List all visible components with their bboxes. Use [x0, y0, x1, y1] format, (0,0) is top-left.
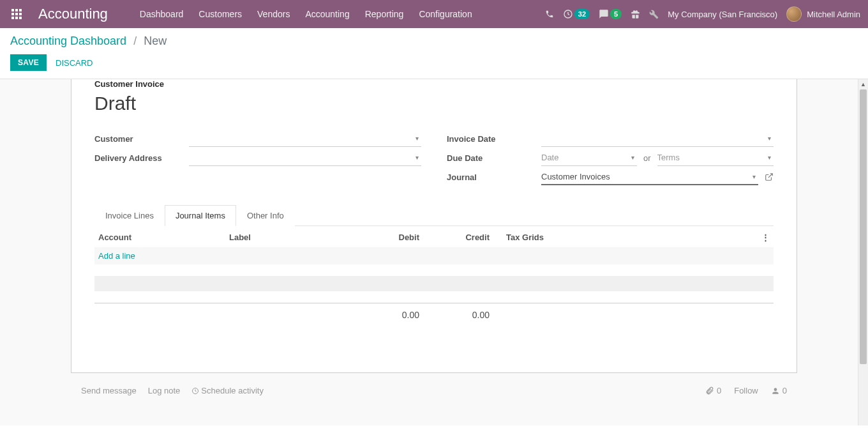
- breadcrumb-separator: /: [133, 34, 137, 47]
- scrollbar[interactable]: ▲: [858, 79, 868, 425]
- tools-icon[interactable]: [649, 10, 659, 19]
- breadcrumb: Accounting Dashboard / New: [10, 34, 858, 48]
- due-date-label: Due Date: [447, 153, 541, 163]
- form-sheet: Customer Invoice Draft Customer ▾ Delive…: [71, 79, 797, 373]
- company-switcher[interactable]: My Company (San Francisco): [668, 10, 777, 19]
- form-type-label: Customer Invoice: [94, 79, 774, 89]
- chevron-down-icon[interactable]: ▾: [765, 154, 774, 161]
- add-line-link[interactable]: Add a line: [98, 251, 135, 261]
- menu-reporting[interactable]: Reporting: [359, 5, 410, 23]
- breadcrumb-current: New: [144, 34, 167, 47]
- cp-buttons: SAVE DISCARD: [10, 54, 858, 71]
- form-right-col: Invoice Date ▾ Due Date ▾ or: [447, 130, 774, 187]
- svg-rect-4: [15, 13, 18, 15]
- svg-rect-5: [19, 13, 22, 15]
- form-area: Customer Invoice Draft Customer ▾ Delive…: [0, 79, 868, 425]
- followers-count[interactable]: 0: [771, 386, 787, 395]
- svg-rect-3: [11, 13, 14, 15]
- terms-field[interactable]: ▾: [657, 149, 774, 166]
- navbar-right: 32 5 My Company (San Francisco) Mitchell…: [545, 6, 860, 22]
- scroll-up-arrow[interactable]: ▲: [858, 79, 868, 89]
- activities-icon[interactable]: 32: [563, 9, 590, 19]
- delivery-field[interactable]: ▾: [189, 149, 421, 166]
- total-debit: 0.00: [353, 303, 423, 323]
- avatar: [786, 6, 802, 22]
- phone-icon[interactable]: [545, 10, 554, 19]
- menu-dashboard[interactable]: Dashboard: [133, 5, 190, 23]
- svg-rect-2: [19, 9, 22, 11]
- main-menu: Dashboard Customers Vendors Accounting R…: [133, 5, 479, 23]
- external-link-icon[interactable]: [765, 172, 774, 181]
- tab-other-info[interactable]: Other Info: [236, 205, 295, 226]
- invoice-date-input[interactable]: [541, 134, 765, 143]
- form-title: Draft: [94, 93, 774, 114]
- control-panel: Accounting Dashboard / New SAVE DISCARD: [0, 28, 868, 79]
- th-tax: Tax Grids: [493, 226, 758, 247]
- log-note-button[interactable]: Log note: [148, 386, 181, 395]
- follow-button[interactable]: Follow: [734, 386, 758, 395]
- user-menu[interactable]: Mitchell Admin: [786, 6, 860, 22]
- schedule-activity-button[interactable]: Schedule activity: [191, 386, 264, 395]
- th-account: Account: [94, 226, 225, 247]
- app-brand[interactable]: Accounting: [38, 6, 108, 22]
- menu-customers[interactable]: Customers: [192, 5, 248, 23]
- journal-input[interactable]: [541, 172, 750, 181]
- total-credit: 0.00: [423, 303, 493, 323]
- discard-button[interactable]: DISCARD: [56, 58, 93, 68]
- th-debit: Debit: [353, 226, 423, 247]
- chevron-down-icon[interactable]: ▾: [413, 135, 421, 142]
- svg-rect-7: [15, 17, 18, 19]
- gift-icon[interactable]: [631, 10, 640, 19]
- due-date-field[interactable]: ▾: [541, 149, 637, 166]
- username: Mitchell Admin: [807, 10, 860, 19]
- menu-vendors[interactable]: Vendors: [251, 5, 296, 23]
- terms-input[interactable]: [657, 153, 765, 162]
- customer-input[interactable]: [189, 134, 413, 143]
- activities-badge: 32: [574, 9, 590, 19]
- attachments-count[interactable]: 0: [705, 386, 721, 395]
- totals-row: 0.00 0.00: [94, 303, 774, 323]
- svg-rect-0: [11, 9, 14, 11]
- svg-rect-1: [15, 9, 18, 11]
- tabs: Invoice Lines Journal Items Other Info: [94, 205, 774, 226]
- invoice-date-field[interactable]: ▾: [541, 130, 774, 147]
- messages-icon[interactable]: 5: [599, 9, 622, 19]
- th-label: Label: [225, 226, 353, 247]
- delivery-input[interactable]: [189, 153, 413, 162]
- chevron-down-icon[interactable]: ▾: [629, 154, 637, 161]
- journal-table: Account Label Debit Credit Tax Grids ⋮ A…: [94, 226, 774, 323]
- navbar: Accounting Dashboard Customers Vendors A…: [0, 0, 868, 28]
- tab-invoice-lines[interactable]: Invoice Lines: [94, 205, 165, 226]
- th-credit: Credit: [423, 226, 493, 247]
- kebab-icon[interactable]: ⋮: [758, 226, 774, 247]
- menu-configuration[interactable]: Configuration: [412, 5, 478, 23]
- chevron-down-icon[interactable]: ▾: [765, 135, 774, 142]
- customer-label: Customer: [94, 134, 189, 144]
- due-date-input[interactable]: [541, 153, 629, 162]
- save-button[interactable]: SAVE: [10, 54, 47, 71]
- chatter: Send message Log note Schedule activity …: [71, 373, 797, 408]
- table-row: Add a line: [94, 247, 774, 264]
- chevron-down-icon[interactable]: ▾: [750, 173, 758, 180]
- delivery-label: Delivery Address: [94, 153, 189, 163]
- due-or-text: or: [643, 153, 651, 163]
- send-message-button[interactable]: Send message: [81, 386, 137, 395]
- customer-field[interactable]: ▾: [189, 130, 421, 147]
- scroll-thumb[interactable]: [860, 89, 867, 364]
- menu-accounting[interactable]: Accounting: [299, 5, 355, 23]
- journal-field[interactable]: ▾: [541, 169, 758, 185]
- breadcrumb-parent[interactable]: Accounting Dashboard: [10, 34, 126, 47]
- form-left-col: Customer ▾ Delivery Address ▾: [94, 130, 421, 187]
- svg-rect-6: [11, 17, 14, 19]
- journal-label: Journal: [447, 172, 541, 182]
- chevron-down-icon[interactable]: ▾: [413, 154, 421, 161]
- apps-icon[interactable]: [8, 5, 26, 23]
- invoice-date-label: Invoice Date: [447, 134, 541, 144]
- messages-badge: 5: [610, 9, 622, 19]
- svg-rect-8: [19, 17, 22, 19]
- tab-journal-items[interactable]: Journal Items: [165, 205, 236, 226]
